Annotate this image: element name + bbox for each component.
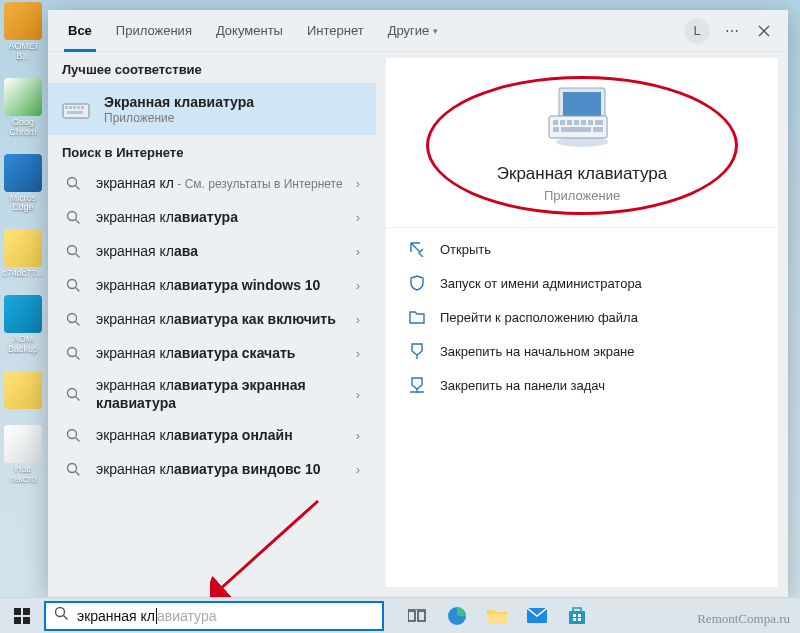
desktop-icon[interactable]: AOMEIB... — [2, 2, 44, 62]
svg-rect-44 — [23, 617, 30, 624]
action-pin-taskbar[interactable]: Закрепить на панели задач — [386, 368, 778, 402]
svg-rect-39 — [593, 127, 603, 132]
svg-point-11 — [67, 245, 76, 254]
taskbar: экранная клавиатура — [0, 597, 800, 633]
desktop-icon[interactable] — [2, 371, 44, 409]
web-search-result[interactable]: экранная клавиатура › — [48, 200, 376, 234]
web-search-header: Поиск в Интернете — [48, 135, 376, 166]
chevron-right-icon[interactable]: › — [354, 387, 362, 402]
chevron-down-icon: ▾ — [433, 26, 438, 36]
svg-point-17 — [67, 347, 76, 356]
explorer-icon[interactable] — [478, 598, 516, 634]
chevron-right-icon[interactable]: › — [354, 312, 362, 327]
store-icon[interactable] — [558, 598, 596, 634]
desktop-icon[interactable]: GoogChrom — [2, 78, 44, 138]
results-column: Лучшее соответствие Экранная клавиатура … — [48, 52, 376, 597]
svg-line-20 — [75, 396, 79, 400]
admin-icon — [408, 274, 426, 292]
web-search-result[interactable]: экранная клавиатура виндовс 10 › — [48, 453, 376, 487]
svg-rect-41 — [14, 608, 21, 615]
search-icon — [62, 342, 84, 364]
action-admin[interactable]: Запуск от имени администратора — [386, 266, 778, 300]
web-search-result[interactable]: экранная клава › — [48, 234, 376, 268]
svg-rect-31 — [560, 120, 565, 125]
result-title: экранная клавиатура скачать — [96, 344, 354, 362]
chevron-right-icon[interactable]: › — [354, 244, 362, 259]
close-button[interactable] — [748, 15, 780, 47]
result-title: экранная клавиатура онлайн — [96, 426, 354, 444]
result-title: экранная клавиатура — [96, 208, 354, 226]
web-search-result[interactable]: экранная клавиатура онлайн › — [48, 419, 376, 453]
open-icon — [408, 240, 426, 258]
details-column: Экранная клавиатура Приложение ОткрытьЗа… — [376, 52, 788, 597]
svg-rect-56 — [573, 618, 576, 621]
chevron-right-icon[interactable]: › — [354, 210, 362, 225]
chevron-right-icon[interactable]: › — [354, 428, 362, 443]
detail-subtitle: Приложение — [406, 188, 758, 203]
tab-документы[interactable]: Документы — [204, 10, 295, 52]
start-button[interactable] — [0, 598, 44, 634]
result-title: экранная клавиатура windows 10 — [96, 276, 354, 294]
chevron-right-icon[interactable]: › — [354, 278, 362, 293]
mail-icon[interactable] — [518, 598, 556, 634]
svg-line-8 — [75, 185, 79, 189]
pin-start-icon — [408, 342, 426, 360]
task-view-button[interactable] — [398, 598, 436, 634]
svg-rect-3 — [73, 106, 76, 109]
svg-rect-47 — [408, 611, 415, 621]
action-label: Запуск от имени администратора — [440, 276, 642, 291]
svg-line-10 — [75, 219, 79, 223]
action-pin-start[interactable]: Закрепить на начальном экране — [386, 334, 778, 368]
edge-icon[interactable] — [438, 598, 476, 634]
web-search-result[interactable]: экранная клавиатура как включить › — [48, 302, 376, 336]
best-match-result[interactable]: Экранная клавиатура Приложение — [48, 83, 376, 135]
desktop-icon[interactable]: MicrosEdge — [2, 154, 44, 214]
svg-rect-30 — [553, 120, 558, 125]
desktop-icon[interactable]: Новтексто — [2, 425, 44, 485]
tab-приложения[interactable]: Приложения — [104, 10, 204, 52]
search-icon — [62, 459, 84, 481]
tab-другие[interactable]: Другие▾ — [376, 10, 451, 52]
action-label: Закрепить на начальном экране — [440, 344, 635, 359]
web-search-result[interactable]: экранная клавиатура скачать › — [48, 336, 376, 370]
svg-rect-48 — [418, 611, 425, 621]
taskbar-search-input[interactable]: экранная клавиатура — [44, 601, 384, 631]
user-avatar[interactable]: L — [684, 18, 710, 44]
svg-point-7 — [67, 177, 76, 186]
chevron-right-icon[interactable]: › — [354, 462, 362, 477]
web-search-result[interactable]: экранная клавиатура windows 10 › — [48, 268, 376, 302]
svg-rect-43 — [14, 617, 21, 624]
desktop-icon[interactable]: AOMBackup — [2, 295, 44, 355]
svg-point-15 — [67, 313, 76, 322]
search-icon — [62, 308, 84, 330]
tab-интернет[interactable]: Интернет — [295, 10, 376, 52]
best-match-header: Лучшее соответствие — [48, 52, 376, 83]
action-label: Открыть — [440, 242, 491, 257]
svg-rect-4 — [77, 106, 80, 109]
action-open[interactable]: Открыть — [386, 232, 778, 266]
chevron-right-icon[interactable]: › — [354, 176, 362, 191]
svg-rect-6 — [67, 111, 83, 114]
svg-point-23 — [67, 464, 76, 473]
svg-line-46 — [64, 616, 68, 620]
more-button[interactable]: ⋯ — [716, 15, 748, 47]
svg-line-14 — [75, 287, 79, 291]
detail-title: Экранная клавиатура — [406, 164, 758, 184]
desktop-icon[interactable]: c74dc77... — [2, 229, 44, 279]
pin-taskbar-icon — [408, 376, 426, 394]
web-search-result[interactable]: экранная клавиатура экранная клавиатура … — [48, 370, 376, 418]
svg-point-21 — [67, 430, 76, 439]
action-label: Перейти к расположению файла — [440, 310, 638, 325]
svg-rect-54 — [573, 614, 576, 617]
svg-rect-51 — [487, 614, 507, 624]
tab-все[interactable]: Все — [56, 10, 104, 52]
chevron-right-icon[interactable]: › — [354, 346, 362, 361]
action-folder[interactable]: Перейти к расположению файла — [386, 300, 778, 334]
result-title: экранная клавиатура как включить — [96, 310, 354, 328]
svg-rect-1 — [65, 106, 68, 109]
search-tabs: ВсеПриложенияДокументыИнтернетДругие▾ L … — [48, 10, 788, 52]
svg-line-16 — [75, 321, 79, 325]
web-search-result[interactable]: экранная кл - См. результаты в Интернете… — [48, 166, 376, 200]
svg-rect-36 — [595, 120, 603, 125]
svg-rect-57 — [578, 618, 581, 621]
